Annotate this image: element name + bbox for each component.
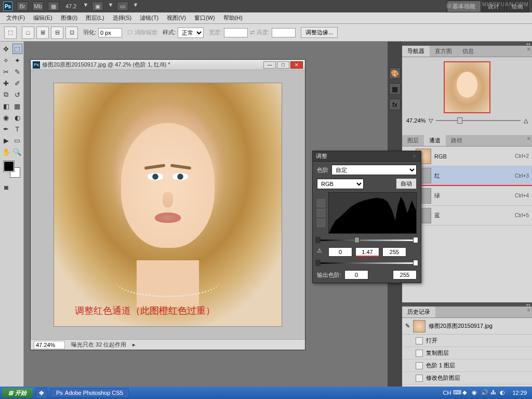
crop-tool-icon[interactable]: ✂	[1, 66, 11, 77]
menu-file[interactable]: 文件(F)	[2, 13, 29, 23]
move-tool-icon[interactable]: ✥	[1, 44, 11, 54]
out-black-handle[interactable]	[315, 260, 321, 266]
path-select-icon[interactable]: ▶	[1, 135, 11, 145]
screen-dropdown-icon[interactable]: ▼	[132, 2, 138, 11]
info-tab[interactable]: 信息	[457, 46, 479, 57]
styles-panel-icon[interactable]: fx	[389, 99, 401, 110]
taskbar-photoshop[interactable]: PsAdobe Photoshop CS5	[50, 388, 129, 397]
maximize-button[interactable]: □	[277, 61, 289, 69]
black-input[interactable]	[328, 247, 352, 257]
eraser-tool-icon[interactable]: ◧	[1, 101, 11, 111]
adjustments-panel[interactable]: 调整≡ 色阶 自定 RGB 自动	[312, 151, 421, 283]
zoom-out-icon[interactable]: ▽	[429, 117, 433, 124]
zoom-in-icon[interactable]: △	[524, 117, 528, 124]
volume-tray-icon[interactable]: 🔊	[481, 389, 488, 396]
menu-select[interactable]: 选择(S)	[109, 13, 136, 23]
menu-view[interactable]: 视图(V)	[163, 13, 190, 23]
nav-zoom-slider[interactable]	[436, 116, 521, 125]
bridge-button[interactable]: Br	[17, 2, 28, 11]
brush-snapshot-icon[interactable]: ✎	[405, 323, 410, 329]
paths-tab[interactable]: 路径	[446, 135, 468, 146]
network-tray-icon[interactable]: 🖧	[490, 389, 498, 396]
canvas[interactable]: 调整红色通道（此图橙红色过重）	[31, 70, 305, 339]
view-extras-button[interactable]: ▦	[48, 2, 59, 11]
type-tool-icon[interactable]: T	[12, 124, 23, 134]
screen-mode-button[interactable]: ▭	[117, 2, 128, 11]
lasso-tool-icon[interactable]: ⟡	[1, 55, 11, 65]
stamp-tool-icon[interactable]: ⧉	[1, 89, 11, 100]
history-step-open[interactable]: 打开	[402, 335, 532, 347]
history-snapshot[interactable]: ✎ 修图20原图20150917.jpg	[402, 318, 532, 335]
hand-tool-icon[interactable]: ✋	[1, 147, 11, 157]
zoom-dropdown-icon[interactable]: ▼	[83, 2, 88, 11]
out-white-input[interactable]	[393, 270, 417, 280]
style-select[interactable]: 正常	[178, 28, 204, 38]
color-panel-icon[interactable]: 🎨	[389, 68, 401, 79]
white-eyedropper-icon[interactable]	[317, 219, 325, 227]
white-point-handle[interactable]	[413, 237, 418, 243]
zoom-level[interactable]: 47.2	[63, 3, 78, 9]
navigator-thumbnail[interactable]	[444, 61, 490, 113]
menu-filter[interactable]: 滤镜(T)	[136, 13, 163, 23]
doc-zoom-input[interactable]	[34, 341, 65, 349]
refine-edge-button[interactable]: 调整边缘...	[301, 27, 338, 38]
pen-tool-icon[interactable]: ✒	[1, 124, 11, 134]
ime-indicator[interactable]: CH	[443, 390, 451, 396]
tray-icon-1[interactable]: ◆	[462, 389, 470, 396]
brush-tool-icon[interactable]: ✐	[12, 78, 23, 88]
feather-input[interactable]	[98, 28, 122, 37]
menu-help[interactable]: 帮助(H)	[219, 13, 247, 23]
tray-icon-3[interactable]: ◐	[500, 389, 507, 396]
history-collapse-icon[interactable]: ◂◂	[402, 302, 532, 307]
channels-tab[interactable]: 通道	[424, 135, 446, 146]
blur-tool-icon[interactable]: ◉	[1, 112, 11, 123]
history-step-duplicate[interactable]: 复制图层	[402, 347, 532, 360]
out-white-handle[interactable]	[413, 260, 418, 266]
history-step-modify[interactable]: 修改色阶图层	[402, 372, 532, 384]
heal-tool-icon[interactable]: ✚	[1, 78, 11, 88]
menu-layer[interactable]: 图层(L)	[82, 13, 108, 23]
panel-menu-icon[interactable]: ≡	[411, 153, 418, 159]
output-slider[interactable]	[318, 260, 416, 267]
out-black-input[interactable]	[344, 270, 368, 280]
select-intersect-icon[interactable]: ⊡	[65, 26, 78, 39]
keyboard-tray-icon[interactable]: ⌨	[453, 389, 460, 396]
history-tab[interactable]: 历史记录	[402, 307, 435, 317]
menu-window[interactable]: 窗口(W)	[190, 13, 219, 23]
layers-tab[interactable]: 图层	[402, 135, 424, 146]
gray-eyedropper-icon[interactable]	[317, 209, 325, 217]
shape-tool-icon[interactable]: ▭	[12, 135, 23, 145]
input-slider[interactable]	[318, 237, 416, 244]
navigator-tab[interactable]: 导航器	[402, 46, 430, 57]
white-input[interactable]	[382, 247, 406, 257]
select-subtract-icon[interactable]: ⊟	[51, 26, 63, 39]
menu-edit[interactable]: 编辑(E)	[29, 13, 57, 23]
eyedropper-tool-icon[interactable]: ✎	[12, 66, 23, 77]
tool-preset-icon[interactable]: ⬚	[4, 26, 17, 39]
adjustments-tab[interactable]: 调整	[316, 152, 327, 160]
arrange-dropdown-icon[interactable]: ▼	[108, 2, 113, 11]
black-point-handle[interactable]	[315, 237, 321, 243]
quickmask-icon[interactable]: ◙	[1, 182, 11, 192]
history-brush-icon[interactable]: ↺	[12, 89, 23, 100]
ch-panel-menu-icon[interactable]: ≡	[526, 135, 532, 141]
gamma-handle[interactable]	[354, 237, 360, 243]
nav-panel-menu-icon[interactable]: ≡	[526, 46, 532, 52]
channel-red[interactable]: 👁 红 Ctrl+3	[402, 166, 532, 186]
color-swatches[interactable]	[4, 161, 20, 178]
nav-zoom-readout[interactable]: 47.24%	[406, 117, 425, 124]
select-add-icon[interactable]: ⊞	[36, 26, 49, 39]
auto-button[interactable]: 自动	[396, 178, 417, 189]
swatches-panel-icon[interactable]: ▦	[389, 83, 401, 95]
tray-icon-2[interactable]: ◉	[472, 389, 479, 396]
start-button[interactable]: ⊞开始	[2, 388, 33, 398]
menu-image[interactable]: 图像(I)	[57, 13, 82, 23]
wand-tool-icon[interactable]: ✦	[12, 55, 23, 65]
quicklaunch-icon[interactable]: ❖	[36, 388, 47, 398]
channel-green[interactable]: 👁 绿 Ctrl+4	[402, 186, 532, 206]
gradient-tool-icon[interactable]: ▦	[12, 101, 23, 111]
dodge-tool-icon[interactable]: ◐	[12, 112, 23, 123]
arrange-docs-button[interactable]: ▣	[92, 2, 103, 11]
taskbar-clock[interactable]: 12:29	[509, 390, 530, 396]
panel-collapse-icon[interactable]: ◂◂	[402, 42, 532, 46]
